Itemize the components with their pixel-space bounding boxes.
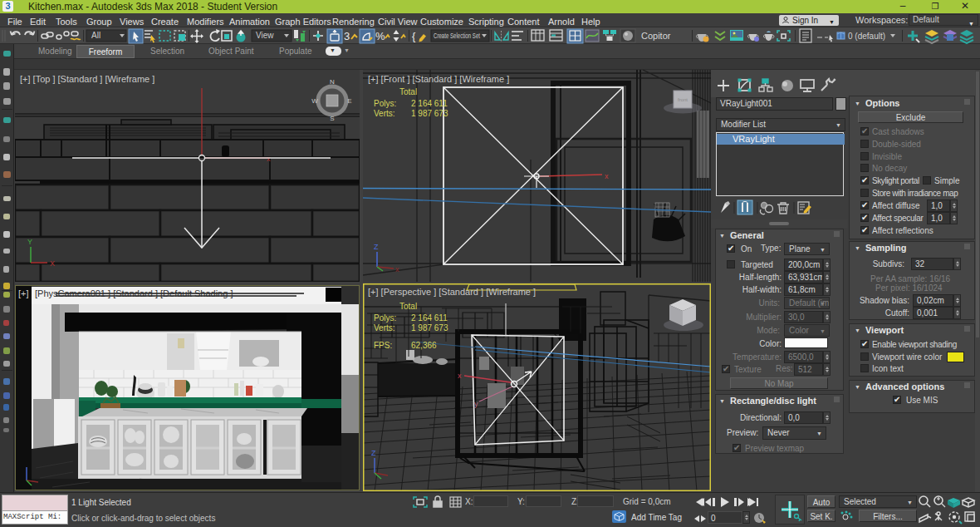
svg-text:N: N: [330, 78, 335, 86]
svg-text:Total: Total: [399, 302, 417, 311]
svg-text:1 987 673: 1 987 673: [411, 109, 448, 118]
svg-text:1 987 673: 1 987 673: [411, 323, 448, 332]
svg-text:[+] [Perspective ] [Standard ]: [+] [Perspective ] [Standard ] [Wirefram…: [368, 287, 536, 297]
svg-text:{: {: [412, 30, 416, 42]
svg-text:W: W: [311, 97, 318, 105]
svg-text:62,366: 62,366: [411, 341, 437, 350]
svg-text:x: x: [605, 172, 609, 180]
svg-text:FPS:: FPS:: [374, 341, 392, 350]
svg-text:y: y: [474, 400, 478, 408]
svg-text:%: %: [375, 30, 385, 42]
svg-text:[PhysCamera001 ] [Standard ]: [PhysCamera001 ] [Standard ] [Default Sh…: [35, 288, 233, 298]
svg-text:x: x: [458, 372, 462, 380]
svg-text:0 (default): 0 (default): [848, 32, 885, 41]
svg-text:Total: Total: [399, 87, 417, 96]
svg-text:3: 3: [344, 30, 350, 42]
svg-text:All: All: [91, 31, 100, 40]
svg-text:Y: Y: [27, 238, 32, 246]
svg-text:Z: Z: [371, 449, 376, 457]
svg-text:Polys:: Polys:: [374, 313, 396, 323]
svg-text:Polys:: Polys:: [374, 99, 396, 108]
svg-text:2 164 611: 2 164 611: [411, 99, 448, 108]
svg-text:Verts:: Verts:: [374, 323, 395, 332]
svg-text:2 164 611: 2 164 611: [411, 313, 448, 323]
svg-text:S: S: [330, 115, 334, 122]
svg-text:X: X: [50, 259, 55, 268]
svg-text:front: front: [678, 97, 688, 102]
svg-text:[+] [Front ] [Standard ] [Wire: [+] [Front ] [Standard ] [Wireframe ]: [368, 74, 509, 84]
svg-text:View: View: [256, 31, 274, 40]
svg-text:Z: Z: [374, 243, 379, 251]
svg-text:x: x: [395, 265, 399, 273]
svg-text:Create Selection Set: Create Selection Set: [434, 32, 480, 40]
svg-text:[+] [Top ] [Standard ] [Wirefr: [+] [Top ] [Standard ] [Wireframe ]: [20, 74, 154, 84]
svg-text:Copitor: Copitor: [641, 31, 671, 41]
svg-text:E: E: [347, 97, 351, 105]
svg-text:Verts:: Verts:: [374, 109, 395, 118]
svg-text:x: x: [267, 155, 271, 163]
svg-text:[+]: [+]: [18, 288, 29, 298]
